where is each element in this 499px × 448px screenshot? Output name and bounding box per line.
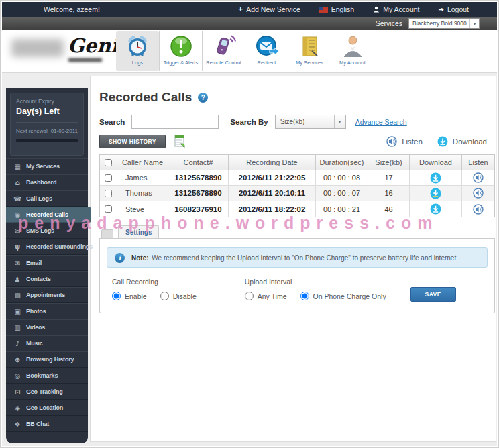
nav-item-my-account[interactable]: My Account	[331, 31, 374, 71]
export-excel-icon[interactable]	[173, 135, 186, 148]
logout-arrow-icon: ➔	[438, 6, 443, 13]
redirect-mail-icon	[254, 33, 280, 60]
services-bar: Services Blackberry Bold 9000 ▾	[2, 17, 497, 30]
save-button[interactable]: SAVE	[410, 287, 456, 302]
sidebar-item-email[interactable]: ✉Email	[6, 255, 88, 271]
person-icon	[373, 6, 380, 13]
row-checkbox[interactable]	[105, 174, 112, 182]
inactive-tab[interactable]	[101, 229, 113, 238]
download-button[interactable]	[430, 203, 441, 215]
alarm-clock-icon	[124, 33, 151, 60]
sidebar-item-label: Appointments	[26, 292, 65, 298]
pin-icon: ◈	[13, 404, 21, 412]
download-button[interactable]	[430, 172, 441, 184]
disable-label[interactable]: Disable	[173, 292, 197, 300]
settings-tabs: Settings	[99, 224, 495, 239]
language-select[interactable]: English	[319, 5, 354, 13]
col-contact: Contact#	[168, 155, 229, 170]
note-banner: i Note: We recommend keeping the Upload …	[107, 247, 488, 268]
tab-settings[interactable]: Settings	[118, 225, 159, 238]
on-phone-charge-label[interactable]: On Phone Charge Only	[313, 292, 386, 300]
cell-caller: Steve	[117, 201, 168, 217]
remote-phone-icon	[211, 33, 237, 60]
device-dropdown[interactable]: Blackberry Bold 9000 ▾	[408, 18, 480, 29]
language-label: English	[331, 5, 354, 13]
nav-item-redirect[interactable]: Redirect	[245, 31, 288, 71]
col-duration: Duration(sec)	[316, 155, 368, 170]
search-by-dropdown[interactable]: Size(kb) ▾	[275, 115, 346, 129]
col-recording-date: Recording Date	[229, 155, 316, 170]
welcome-text: Welcome, azeem!	[44, 5, 100, 13]
note-text: We recommend keeping the Upload Interval…	[152, 254, 456, 262]
help-icon[interactable]: ?	[198, 93, 208, 103]
sidebar-item-recorded-calls[interactable]: ◉Recorded Calls	[6, 207, 91, 223]
sidebar-item-contacts[interactable]: ♟Contacts	[6, 271, 88, 287]
cell-duration: 00 : 00 : 21	[316, 201, 368, 217]
enable-label[interactable]: Enable	[125, 292, 147, 300]
sidebar-item-label: SMS Logs	[26, 227, 54, 234]
sidebar-item-music[interactable]: ♪Music	[6, 335, 88, 351]
cell-size: 16	[368, 186, 410, 201]
listen-button[interactable]	[473, 172, 484, 183]
row-checkbox[interactable]	[105, 190, 112, 197]
search-input[interactable]	[131, 115, 219, 129]
download-icon	[437, 136, 448, 147]
nav-label: Trigger & Alerts	[164, 60, 198, 66]
nav-label: My Services	[296, 60, 323, 66]
my-account-link[interactable]: My Account	[373, 5, 419, 13]
sidebar-item-geo-location[interactable]: ◈Geo Location	[6, 400, 88, 416]
search-row: Search Search By Size(kb) ▾ Advance Sear…	[99, 115, 496, 129]
sidebar-item-dashboard[interactable]: ⌂Dashboard	[6, 174, 88, 190]
my-account-label: My Account	[383, 5, 419, 13]
col-caller-name: Caller Name	[117, 155, 168, 170]
sidebar-item-bookmarks[interactable]: ◎Bookmarks	[6, 368, 88, 384]
icon-legend: Listen Download	[386, 136, 487, 147]
sidebar-item-label: Recorded Surroundings	[26, 243, 93, 250]
nav-item-my-services[interactable]: My Services	[288, 31, 331, 71]
select-all-checkbox[interactable]	[105, 159, 112, 166]
cell-contact: 13125678890	[168, 170, 229, 185]
logout-link[interactable]: ➔ Logout	[438, 5, 469, 13]
sidebar-item-browsing-history[interactable]: ⊕Browsing History	[6, 351, 88, 368]
page-title: Recorded Calls	[99, 90, 192, 105]
sidebar-item-bb-chat[interactable]: ❖BB Chat	[6, 416, 88, 432]
grid-icon: ▦	[13, 163, 21, 170]
cell-date: 2012/6/11 18:22:02	[229, 201, 316, 217]
sidebar-item-photos[interactable]: ▣Photos	[6, 303, 88, 319]
table-row: James 13125678890 2012/6/11 21:22:05 00 …	[100, 170, 494, 186]
sidebar-item-recorded-surroundings[interactable]: ψRecorded Surroundings	[6, 239, 88, 255]
cell-contact: 13125678890	[168, 186, 229, 201]
sidebar-item-appointments[interactable]: ▤Appointments	[6, 287, 88, 303]
sidebar-item-label: Bookmarks	[26, 372, 58, 379]
sidebar-item-label: Email	[26, 260, 42, 266]
show-history-button[interactable]: SHOW HISTORY	[99, 135, 166, 148]
download-button[interactable]	[430, 188, 441, 199]
add-new-service-link[interactable]: + Add New Service	[238, 5, 300, 14]
sidebar-item-call-logs[interactable]: ☎Call Logs	[6, 190, 88, 207]
search-label: Search	[99, 118, 125, 126]
nav-item-trigger-alerts[interactable]: Trigger & Alerts	[159, 31, 202, 71]
disable-radio[interactable]	[160, 292, 169, 300]
row-checkbox[interactable]	[105, 205, 112, 213]
calendar-icon: ▤	[13, 292, 21, 299]
sidebar-item-sms-logs[interactable]: ✉SMS Logs	[6, 223, 88, 239]
table-row: Thomas 13125678890 2012/6/11 20:10:11 00…	[100, 186, 494, 201]
nav-item-remote-control[interactable]: Remote Control	[202, 31, 245, 71]
sidebar-item-label: Contacts	[26, 276, 51, 282]
cell-duration: 00 : 00 : 08	[316, 170, 368, 185]
on-phone-charge-radio[interactable]	[300, 292, 309, 300]
settings-controls: Call Recording Enable Disable Upload Int…	[107, 278, 488, 302]
advance-search-link[interactable]: Advance Search	[355, 118, 407, 126]
sidebar-item-geo-tracking[interactable]: ⊡Geo Tracking	[6, 384, 88, 400]
dots-decor: · · ·	[16, 144, 78, 151]
sidebar-item-videos[interactable]: ▥Videos	[6, 319, 88, 335]
nav-item-logs[interactable]: Logs	[116, 31, 159, 71]
enable-radio[interactable]	[112, 292, 121, 300]
services-label: Services	[376, 19, 402, 27]
next-renewal-label: Next renewal	[16, 128, 48, 134]
listen-button[interactable]	[473, 188, 484, 199]
any-time-label[interactable]: Any Time	[258, 292, 287, 300]
sidebar-item-my-services[interactable]: ▦My Services	[6, 158, 88, 174]
listen-button[interactable]	[473, 204, 484, 215]
any-time-radio[interactable]	[245, 292, 254, 300]
